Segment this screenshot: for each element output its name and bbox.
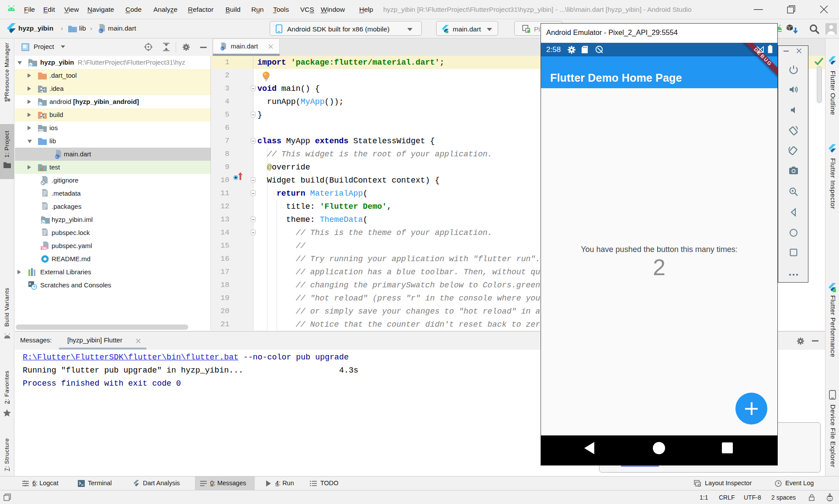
svg-text:YML: YML xyxy=(42,247,48,250)
